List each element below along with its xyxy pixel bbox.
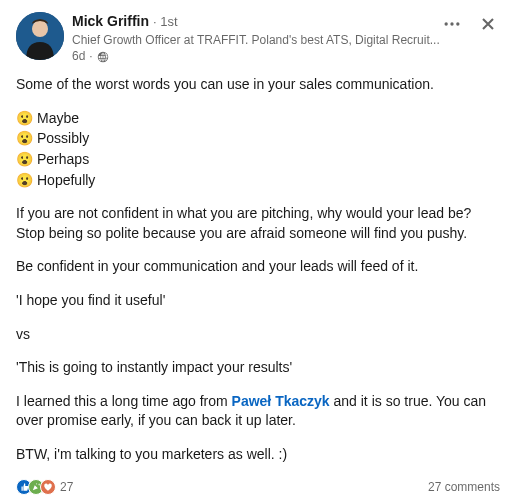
- author-name[interactable]: Mick Griffin: [72, 12, 149, 32]
- word-item: 😮Hopefully: [16, 171, 500, 191]
- word-item: 😮Possibly: [16, 129, 500, 149]
- word-text: Possibly: [37, 129, 89, 149]
- word-item: 😮Maybe: [16, 109, 500, 129]
- mention-link[interactable]: Paweł Tkaczyk: [232, 393, 330, 409]
- comments-link[interactable]: 27 comments: [428, 479, 500, 496]
- svg-point-3: [445, 22, 448, 25]
- vs-text: vs: [16, 325, 500, 345]
- paragraph: If you are not confident in what you are…: [16, 204, 500, 243]
- post-controls: [440, 12, 500, 36]
- post-time: 6d ·: [72, 48, 500, 65]
- emoji-icon: 😮: [16, 129, 33, 149]
- reactions-summary[interactable]: 27: [16, 479, 73, 496]
- time-text: 6d: [72, 48, 85, 65]
- emoji-icon: 😮: [16, 150, 33, 170]
- reaction-icons: [16, 479, 56, 495]
- post-container: Mick Griffin · 1st Chief Growth Officer …: [0, 0, 516, 500]
- post-content: Some of the worst words you can use in y…: [16, 75, 500, 464]
- intro-text: Some of the worst words you can use in y…: [16, 75, 500, 95]
- emoji-icon: 😮: [16, 109, 33, 129]
- reaction-count: 27: [60, 479, 73, 496]
- svg-point-4: [450, 22, 453, 25]
- svg-point-5: [456, 22, 459, 25]
- author-headline: Chief Growth Officer at TRAFFIT. Poland'…: [72, 32, 452, 49]
- author-meta: Mick Griffin · 1st Chief Growth Officer …: [72, 12, 500, 65]
- paragraph: I learned this a long time ago from Pawe…: [16, 392, 500, 431]
- example-text: 'This is going to instantly impact your …: [16, 358, 500, 378]
- paragraph: Be confident in your communication and y…: [16, 257, 500, 277]
- time-separator: ·: [89, 48, 92, 65]
- outro-text: BTW, i'm talking to you marketers as wel…: [16, 445, 500, 465]
- word-text: Maybe: [37, 109, 79, 129]
- close-button[interactable]: [476, 12, 500, 36]
- globe-icon: [97, 51, 109, 63]
- author-avatar[interactable]: [16, 12, 64, 60]
- more-options-button[interactable]: [440, 12, 464, 36]
- example-text: 'I hope you find it useful': [16, 291, 500, 311]
- word-text: Hopefully: [37, 171, 95, 191]
- post-header: Mick Griffin · 1st Chief Growth Officer …: [16, 12, 500, 65]
- emoji-icon: 😮: [16, 171, 33, 191]
- word-text: Perhaps: [37, 150, 89, 170]
- love-icon: [40, 479, 56, 495]
- connection-degree: · 1st: [153, 13, 178, 31]
- word-item: 😮Perhaps: [16, 150, 500, 170]
- word-list: 😮Maybe 😮Possibly 😮Perhaps 😮Hopefully: [16, 109, 500, 190]
- post-footer: 27 27 comments: [16, 479, 500, 496]
